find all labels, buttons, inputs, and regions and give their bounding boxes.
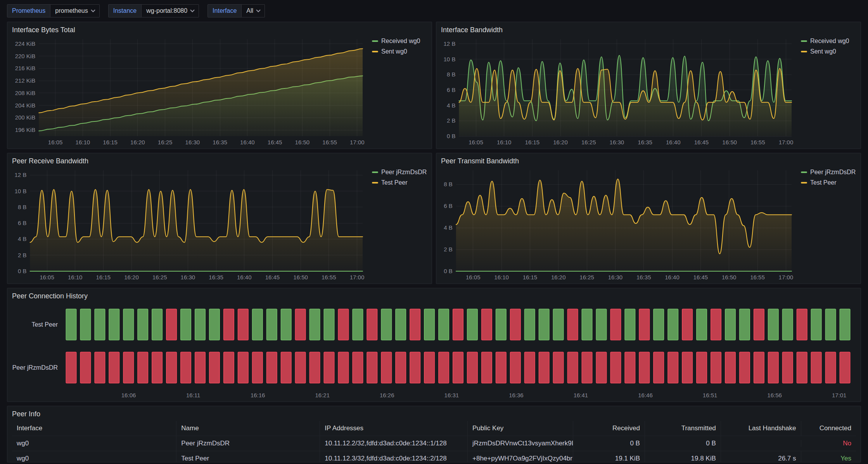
column-header-ips[interactable]: IP Addresses bbox=[320, 421, 468, 436]
cell-handshake: 26.7 s bbox=[721, 451, 801, 462]
svg-text:17:00: 17:00 bbox=[779, 274, 794, 280]
panel-peer-info: Peer Info InterfaceNameIP AddressesPubli… bbox=[7, 406, 861, 462]
legend-label: Test Peer bbox=[381, 179, 408, 186]
column-header-name[interactable]: Name bbox=[176, 421, 320, 436]
cell-ips: 10.11.12.3/32,fdfd:d3ad:c0de:1234::2/128 bbox=[320, 451, 468, 462]
svg-text:8 B: 8 B bbox=[444, 181, 453, 187]
state-bar bbox=[582, 352, 592, 383]
svg-text:17:00: 17:00 bbox=[779, 139, 794, 145]
svg-text:8 B: 8 B bbox=[18, 204, 27, 210]
cell-ips: 10.11.12.2/32,fdfd:d3ad:c0de:1234::1/128 bbox=[320, 436, 468, 451]
legend-item[interactable]: Sent wg0 bbox=[372, 48, 427, 55]
svg-text:220 KiB: 220 KiB bbox=[15, 53, 36, 59]
panel-title: Peer Connection History bbox=[12, 291, 856, 301]
state-bar bbox=[281, 309, 291, 340]
state-timeline-peer-connection-history[interactable]: Test PeerPeer jRzmDsDR16:0616:1116:1616:… bbox=[12, 301, 856, 401]
state-bar bbox=[625, 309, 635, 340]
svg-text:16:30: 16:30 bbox=[610, 139, 624, 145]
state-bar bbox=[797, 352, 807, 383]
svg-text:16:26: 16:26 bbox=[380, 392, 394, 398]
chart-canvas[interactable]: 12 B10 B8 B6 B4 B2 B0 B16:0516:1016:1516… bbox=[441, 35, 797, 148]
variable-select-interface[interactable]: All bbox=[241, 4, 265, 17]
column-header-received[interactable]: Received bbox=[573, 421, 645, 436]
cell-interface: wg0 bbox=[12, 451, 176, 462]
variable-select-prometheus[interactable]: prometheus bbox=[50, 4, 100, 17]
svg-text:6 B: 6 B bbox=[18, 220, 27, 226]
legend-item[interactable]: Peer jRzmDsDR bbox=[801, 169, 856, 176]
timeline-row-label: Test Peer bbox=[31, 321, 58, 328]
legend-item[interactable]: Sent wg0 bbox=[801, 48, 856, 55]
svg-text:16:10: 16:10 bbox=[68, 274, 83, 280]
svg-text:17:01: 17:01 bbox=[832, 392, 847, 398]
column-header-pubkey[interactable]: Public Key bbox=[468, 421, 573, 436]
svg-text:0 B: 0 B bbox=[444, 268, 453, 274]
chart-canvas[interactable]: 12 B10 B8 B6 B4 B2 B0 B16:0516:1016:1516… bbox=[12, 166, 368, 283]
cell-name: Peer jRzmDsDR bbox=[176, 436, 320, 451]
cell-connected: No bbox=[801, 436, 856, 451]
dashboard-variables-bar: Prometheus prometheus Instance wg-portal… bbox=[7, 4, 861, 18]
legend-item[interactable]: Test Peer bbox=[372, 179, 427, 186]
legend-item[interactable]: Peer jRzmDsDR bbox=[372, 169, 427, 176]
cell-transmitted: 19.8 KiB bbox=[645, 451, 721, 462]
state-bar bbox=[782, 352, 793, 383]
svg-text:2 B: 2 B bbox=[444, 246, 453, 253]
svg-text:16:45: 16:45 bbox=[268, 139, 282, 145]
cell-pubkey: +8he+pyWH7Oa9g2FVjIxQzy04brLX+Dj bbox=[468, 451, 573, 462]
chart-legend: Peer jRzmDsDRTest Peer bbox=[368, 166, 427, 283]
state-bar bbox=[725, 352, 736, 383]
variable-instance: Instance wg-portal:8080 bbox=[108, 4, 199, 17]
svg-text:204 KiB: 204 KiB bbox=[15, 102, 36, 109]
state-bar bbox=[152, 352, 163, 383]
svg-text:16:55: 16:55 bbox=[322, 139, 337, 145]
column-header-handshake[interactable]: Last Handshake bbox=[721, 421, 801, 436]
chart-canvas[interactable]: 224 KiB220 KiB216 KiB212 KiB208 KiB204 K… bbox=[12, 35, 368, 148]
svg-text:16:10: 16:10 bbox=[494, 274, 509, 280]
legend-item[interactable]: Received wg0 bbox=[372, 38, 427, 45]
state-bar bbox=[625, 352, 635, 383]
legend-item[interactable]: Received wg0 bbox=[801, 38, 856, 45]
state-bar bbox=[338, 309, 349, 340]
state-bar bbox=[654, 309, 664, 340]
svg-text:16:36: 16:36 bbox=[509, 392, 524, 398]
state-bar bbox=[639, 352, 650, 383]
svg-text:6 B: 6 B bbox=[447, 87, 456, 93]
legend-swatch bbox=[372, 182, 378, 184]
chart-canvas[interactable]: 8 B6 B4 B2 B0 B16:0516:1016:1516:2016:25… bbox=[441, 166, 797, 283]
state-bar bbox=[754, 352, 764, 383]
timeseries-chart-peer-transmit-bandwidth[interactable]: 8 B6 B4 B2 B0 B16:0516:1016:1516:2016:25… bbox=[441, 166, 797, 283]
timeseries-chart-interface-bytes-total[interactable]: 224 KiB220 KiB216 KiB212 KiB208 KiB204 K… bbox=[12, 35, 368, 148]
state-bar bbox=[324, 352, 334, 383]
timeline-canvas[interactable]: Test PeerPeer jRzmDsDR16:0616:1116:1616:… bbox=[12, 301, 856, 401]
state-bar bbox=[811, 309, 821, 340]
state-bar bbox=[496, 352, 507, 383]
state-bar bbox=[510, 352, 521, 383]
timeseries-chart-interface-bandwidth[interactable]: 12 B10 B8 B6 B4 B2 B0 B16:0516:1016:1516… bbox=[441, 35, 797, 148]
legend-swatch bbox=[801, 51, 807, 52]
timeseries-chart-peer-receive-bandwidth[interactable]: 12 B10 B8 B6 B4 B2 B0 B16:0516:1016:1516… bbox=[12, 166, 368, 283]
svg-text:16:50: 16:50 bbox=[722, 139, 737, 145]
variable-value-interface: All bbox=[246, 7, 253, 14]
state-bar bbox=[697, 309, 707, 340]
panel-peer-connection-history: Peer Connection History Test PeerPeer jR… bbox=[7, 288, 861, 402]
variable-select-instance[interactable]: wg-portal:8080 bbox=[141, 4, 199, 17]
cell-name: Test Peer bbox=[176, 451, 320, 462]
column-header-transmitted[interactable]: Transmitted bbox=[645, 421, 721, 436]
state-bar bbox=[353, 352, 363, 383]
state-bar bbox=[639, 309, 650, 340]
column-header-connected[interactable]: Connected bbox=[801, 421, 856, 436]
legend-item[interactable]: Test Peer bbox=[801, 179, 856, 186]
state-bar bbox=[95, 352, 105, 383]
state-bar bbox=[123, 352, 134, 383]
svg-text:16:16: 16:16 bbox=[251, 392, 265, 398]
state-bar bbox=[596, 309, 607, 340]
state-bar bbox=[138, 309, 148, 340]
svg-text:2 B: 2 B bbox=[18, 252, 27, 258]
state-bar bbox=[181, 309, 191, 340]
svg-text:16:15: 16:15 bbox=[525, 139, 540, 145]
legend-label: Test Peer bbox=[810, 179, 837, 186]
column-header-interface[interactable]: Interface bbox=[12, 421, 176, 436]
state-bar bbox=[453, 352, 463, 383]
svg-text:16:20: 16:20 bbox=[130, 139, 145, 145]
svg-text:200 KiB: 200 KiB bbox=[15, 114, 36, 121]
svg-text:16:20: 16:20 bbox=[551, 274, 566, 280]
